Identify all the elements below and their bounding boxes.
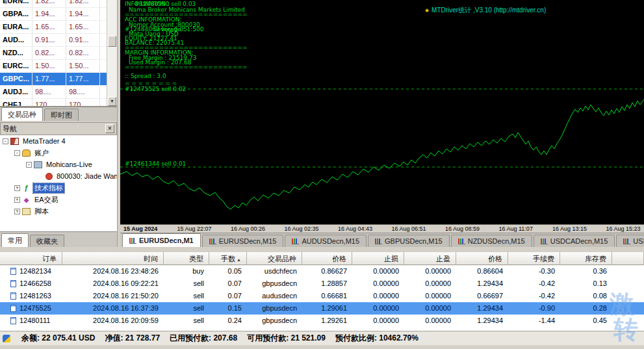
- chart-info-line: :: Spread : 3.0: [125, 73, 166, 79]
- collapse-icon[interactable]: -: [3, 138, 8, 144]
- ask-cell: 0.91...: [66, 34, 100, 46]
- scripts-icon: [22, 208, 31, 215]
- ask-cell: 1.65...: [66, 21, 100, 33]
- time-cell: 2024.08.16 16:37:39: [62, 302, 164, 315]
- price-chart[interactable]: INFORMATION :#12480990 sell 0.03Nama Bro…: [120, 0, 644, 224]
- order-id-text: 12482134: [19, 265, 51, 278]
- chart-tab-label: EURUSDecn,M1: [139, 237, 194, 244]
- bid-cell: 1.77...: [32, 73, 66, 85]
- price-line: [120, 99, 644, 209]
- order-row[interactable]: 124801112024.08.16 20:09:59sell0.24gbpus…: [0, 315, 644, 327]
- spacer-cell: [100, 73, 107, 85]
- market-watch-row[interactable]: CHFJ...170...170...: [0, 99, 107, 107]
- chart-tab[interactable]: USDCADecn,M15: [534, 235, 615, 247]
- lots-cell: 0.07: [209, 278, 247, 290]
- ask-cell: 1.82...: [66, 0, 100, 7]
- status-segment: 预付款比例: 10462.79%: [335, 333, 419, 344]
- market-watch-row[interactable]: AUD...0.91...0.91...: [0, 34, 107, 47]
- spacer-cell: [100, 21, 107, 33]
- col-commission[interactable]: 手续费: [508, 252, 560, 265]
- chart-tab[interactable]: EURUSDecn,M1: [122, 233, 201, 247]
- tree-item-scripts[interactable]: +脚本: [0, 205, 117, 217]
- tree-item-account-800030[interactable]: 800030: Jiade Wang: [0, 170, 117, 182]
- tab-symbols[interactable]: 交易品种: [1, 107, 43, 121]
- chart-tab[interactable]: USDCHFecn,M15: [616, 235, 644, 247]
- close-icon[interactable]: ×: [105, 124, 114, 133]
- navigator-tabs: 常用 收藏夹: [0, 231, 117, 247]
- scroll-down-icon[interactable]: ▼: [108, 97, 116, 106]
- col-current-price[interactable]: 价格: [456, 252, 508, 265]
- orders-panel: 订单时间类型手数▲交易品种价格止损止盈价格手续费库存费 124821342024…: [0, 247, 644, 331]
- chart-icon: [623, 239, 630, 244]
- time-cell: 2024.08.16 23:48:26: [62, 265, 164, 278]
- navigator-title: 导航: [3, 124, 17, 134]
- col-time[interactable]: 时间: [62, 252, 164, 265]
- bid-cell: 98....: [32, 86, 66, 98]
- tree-item-mohicans-live[interactable]: -Mohicans-Live: [0, 159, 117, 170]
- collapse-icon[interactable]: -: [14, 150, 20, 156]
- tree-item-accounts[interactable]: -账户: [0, 147, 117, 159]
- tab-common[interactable]: 常用: [1, 233, 29, 247]
- commission-cell: -0.42: [508, 278, 560, 290]
- market-watch-scrollbar[interactable]: ▼: [107, 0, 117, 107]
- symbol-cell: gbpusdecn: [247, 278, 302, 290]
- type-cell: sell: [164, 302, 209, 315]
- tab-tick-chart[interactable]: 即时图: [44, 109, 79, 121]
- tree-item-indicators[interactable]: +ƒ技术指标: [0, 182, 117, 194]
- order-row[interactable]: 124662582024.08.16 09:22:21sell0.07gbpus…: [0, 278, 644, 290]
- market-watch-row[interactable]: GBPC...1.77...1.77...: [0, 73, 107, 86]
- lots-cell: 0.24: [209, 315, 247, 327]
- tab-favorites[interactable]: 收藏夹: [30, 235, 64, 247]
- order-id-cell: 12481263: [0, 290, 62, 302]
- accounts-icon: [22, 149, 31, 157]
- indicators-icon: ƒ: [22, 185, 31, 192]
- market-watch-row[interactable]: NZD...0.82...0.82...: [0, 47, 107, 60]
- col-tp[interactable]: 止盈: [404, 252, 456, 265]
- col-lots[interactable]: 手数▲: [209, 252, 247, 265]
- order-row[interactable]: 124812632024.08.16 21:50:20sell0.07audus…: [0, 290, 644, 302]
- chart-tab[interactable]: AUDUSDecn,M15: [285, 235, 367, 247]
- chart-icon: [209, 239, 216, 244]
- spacer-cell: [100, 60, 107, 72]
- lots-cell: 0.15: [209, 302, 247, 315]
- expand-icon[interactable]: +: [14, 209, 20, 214]
- col-type[interactable]: 类型: [164, 252, 209, 265]
- symbol-cell: AUD...: [0, 34, 32, 46]
- col-swap[interactable]: 库存费: [560, 252, 612, 265]
- col-order-id[interactable]: 订单: [0, 252, 62, 265]
- col-open-price[interactable]: 价格: [302, 252, 352, 265]
- navigator-header: 导航 ×: [0, 122, 117, 135]
- tree-item-label: EA交易: [33, 195, 60, 205]
- market-watch-row[interactable]: EURA...1.65...1.65...: [0, 21, 107, 34]
- mtdriver-label: ★MTDriver统计 ,V3.10 (http://mtdriver.cn): [424, 6, 546, 15]
- expand-icon[interactable]: +: [14, 197, 20, 203]
- chart-tab-label: EURUSDecn,M15: [219, 237, 277, 245]
- order-doc-icon: [10, 317, 16, 324]
- order-row[interactable]: 124755252024.08.16 16:37:39sell0.15gbpus…: [0, 302, 644, 315]
- market-watch-row[interactable]: GBPA...1.94...1.94...: [0, 8, 107, 21]
- tree-item-metatrader-4[interactable]: -MetaTrader 4: [0, 135, 117, 147]
- chart-tab[interactable]: NZDUSDecn,M15: [451, 235, 532, 247]
- watermark-char: 转: [613, 313, 638, 346]
- chart-tab[interactable]: EURUSDecn,M15: [202, 235, 284, 247]
- scrollbar-thumb[interactable]: [108, 36, 116, 47]
- order-row[interactable]: 124821342024.08.16 23:48:26buy0.05usdchf…: [0, 265, 644, 278]
- chart-tab-label: NZDUSDecn,M15: [468, 237, 525, 245]
- market-watch-row[interactable]: AUDJ...98....98....: [0, 86, 107, 99]
- market-watch-row[interactable]: EURN...1.82...1.82...: [0, 0, 107, 8]
- col-symbol[interactable]: 交易品种: [247, 252, 302, 265]
- sl-cell: 0.00000: [352, 315, 404, 327]
- market-watch-row[interactable]: EURC...1.50...1.50...: [0, 60, 107, 73]
- tree-item-experts[interactable]: +◆EA交易: [0, 194, 117, 205]
- collapse-icon[interactable]: -: [26, 162, 32, 168]
- chart-tab[interactable]: GBPUSDecn,M15: [368, 235, 450, 247]
- expand-icon[interactable]: +: [14, 185, 20, 191]
- time-cell: 2024.08.16 09:22:21: [62, 278, 164, 290]
- commission-cell: -0.90: [508, 302, 560, 315]
- tree-item-label: 技术指标: [33, 183, 64, 193]
- status-segment: 净值: 21 728.77: [105, 333, 160, 344]
- bid-cell: 1.94...: [32, 8, 66, 20]
- chart-icon: [292, 239, 299, 244]
- col-sl[interactable]: 止损: [352, 252, 404, 265]
- symbol-cell: GBPA...: [0, 8, 32, 20]
